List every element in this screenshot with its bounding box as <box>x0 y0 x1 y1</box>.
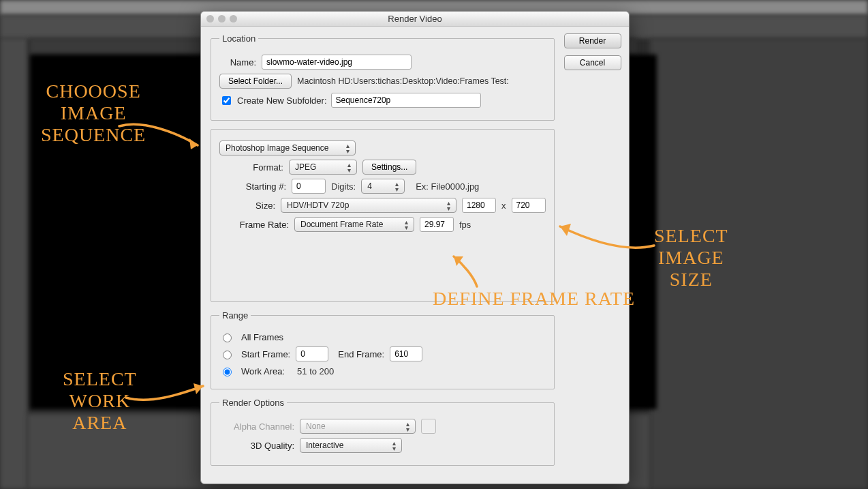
alpha-swatch <box>421 419 436 434</box>
maximize-icon <box>230 15 237 23</box>
arrow-define-framerate <box>450 252 491 292</box>
chevron-updown-icon <box>393 181 400 192</box>
alpha-value: None <box>306 421 326 431</box>
size-width-input[interactable] <box>462 198 496 213</box>
format-label: Format: <box>229 162 283 173</box>
work-area-radio[interactable] <box>223 368 232 376</box>
location-group: Location Name: Select Folder... Macintos… <box>211 33 555 121</box>
start-frame-radio[interactable] <box>223 351 232 359</box>
subfolder-input[interactable] <box>331 93 481 108</box>
filename-example: Ex: File0000.jpg <box>416 181 479 192</box>
fps-label: fps <box>459 220 471 230</box>
start-frame-input[interactable] <box>296 346 328 361</box>
arrow-select-work-area <box>123 381 211 408</box>
size-height-input[interactable] <box>512 198 546 213</box>
dialog-title: Render Video <box>388 14 441 24</box>
settings-button[interactable]: Settings... <box>362 160 416 175</box>
chevron-updown-icon <box>344 143 351 154</box>
all-frames-radio[interactable] <box>223 334 232 342</box>
chevron-updown-icon <box>345 162 352 173</box>
alpha-select: None <box>300 419 416 434</box>
render-button[interactable]: Render <box>564 33 621 48</box>
work-area-value: 51 to 200 <box>297 366 334 376</box>
all-frames-label: All Frames <box>241 332 283 342</box>
svg-marker-3 <box>193 383 203 394</box>
chevron-updown-icon <box>403 220 409 231</box>
end-frame-input[interactable] <box>390 346 422 361</box>
alpha-label: Alpha Channel: <box>219 421 294 432</box>
work-area-label: Work Area: <box>241 366 285 376</box>
end-frame-label: End Frame: <box>338 349 384 359</box>
quality-value: Interactive <box>306 441 343 450</box>
minimize-icon <box>218 15 226 23</box>
render-options-group: Render Options Alpha Channel: None 3D Qu… <box>211 398 555 466</box>
name-input[interactable] <box>262 55 412 70</box>
starting-label: Starting #: <box>229 181 286 192</box>
size-x: x <box>501 201 506 211</box>
encoder-type-value: Photoshop Image Sequence <box>226 143 328 153</box>
encoder-type-select[interactable]: Photoshop Image Sequence <box>219 140 356 155</box>
window-controls <box>206 15 237 23</box>
digits-label: Digits: <box>331 181 356 192</box>
folder-path: Macintosh HD:Users:tichas:Desktop:Video:… <box>297 76 509 86</box>
create-subfolder-label: Create New Subfolder: <box>237 95 327 106</box>
size-preset-value: HDV/HDTV 720p <box>287 201 349 210</box>
close-icon[interactable] <box>206 15 214 23</box>
framerate-preset-value: Document Frame Rate <box>300 220 383 229</box>
cancel-button[interactable]: Cancel <box>564 55 621 70</box>
annotation-select-size: SELECT IMAGE SIZE <box>654 225 728 291</box>
range-group: Range All Frames Start Frame: End Frame:… <box>211 310 555 389</box>
framerate-label: Frame Rate: <box>229 220 289 230</box>
format-select[interactable]: JPEG <box>289 160 357 175</box>
arrow-choose-sequence <box>116 119 211 160</box>
quality-label: 3D Quality: <box>219 441 294 451</box>
chevron-updown-icon <box>445 201 452 211</box>
chevron-updown-icon <box>404 421 411 432</box>
format-value: JPEG <box>295 162 316 172</box>
size-preset-select[interactable]: HDV/HDTV 720p <box>281 198 456 213</box>
quality-select[interactable]: Interactive <box>300 438 402 453</box>
encoder-group: Photoshop Image Sequence Format: JPEG Se… <box>211 129 555 302</box>
dialog-titlebar: Render Video <box>201 12 629 27</box>
arrow-select-size <box>552 218 661 259</box>
select-folder-button[interactable]: Select Folder... <box>219 74 292 89</box>
digits-select[interactable]: 4 <box>361 179 405 194</box>
start-frame-label: Start Frame: <box>241 349 290 359</box>
framerate-input[interactable] <box>420 217 454 232</box>
location-legend: Location <box>219 33 258 44</box>
range-legend: Range <box>219 310 251 321</box>
starting-number-input[interactable] <box>292 179 326 194</box>
create-subfolder-checkbox[interactable] <box>222 96 231 105</box>
name-label: Name: <box>219 57 256 68</box>
chevron-updown-icon <box>390 441 397 451</box>
size-label: Size: <box>229 201 275 211</box>
render-options-legend: Render Options <box>219 398 287 408</box>
digits-value: 4 <box>367 181 372 191</box>
framerate-preset-select[interactable]: Document Frame Rate <box>294 217 414 232</box>
